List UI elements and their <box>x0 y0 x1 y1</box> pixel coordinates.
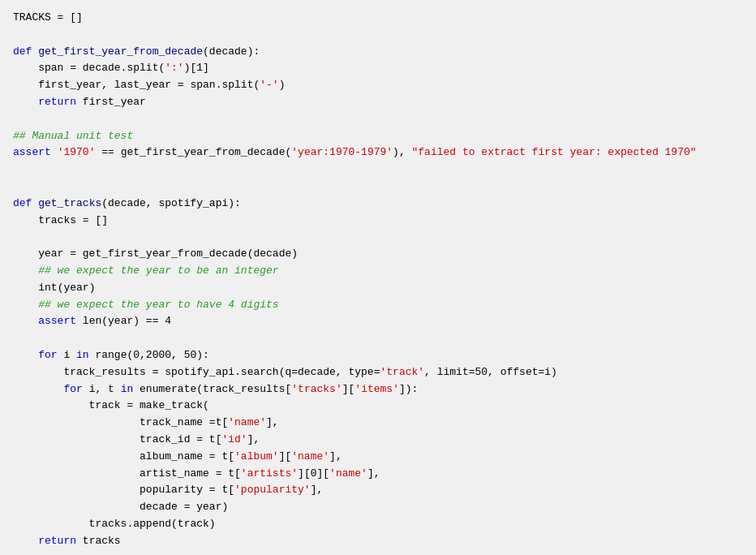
code-content: TRACKS = [] def get_first_year_from_deca… <box>13 10 743 555</box>
code-editor: TRACKS = [] def get_first_year_from_deca… <box>0 0 756 555</box>
